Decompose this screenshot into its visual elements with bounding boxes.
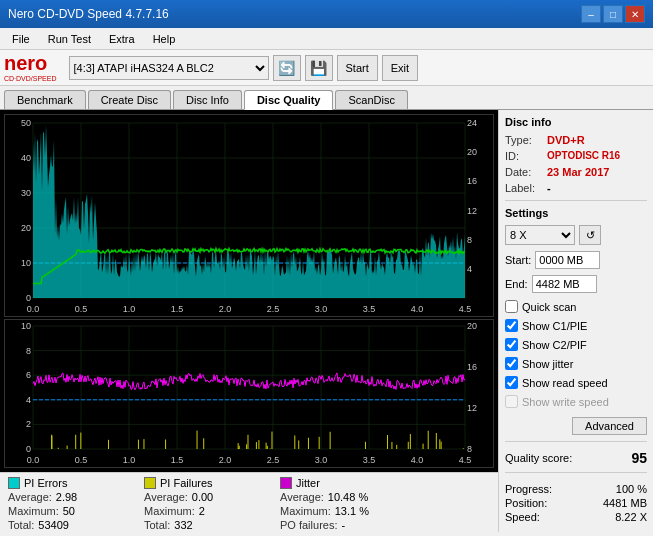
- menu-run-test[interactable]: Run Test: [40, 31, 99, 47]
- disc-type-value: DVD+R: [547, 134, 585, 146]
- end-mb-label: End:: [505, 278, 528, 290]
- pi-errors-avg-label: Average:: [8, 491, 52, 503]
- jitter-color: [280, 477, 292, 489]
- disc-id-row: ID: OPTODISC R16: [505, 150, 647, 162]
- menu-help[interactable]: Help: [145, 31, 184, 47]
- end-mb-input[interactable]: [532, 275, 597, 293]
- divider-3: [505, 472, 647, 473]
- position-label: Position:: [505, 497, 547, 509]
- top-chart: [4, 114, 494, 317]
- minimize-button[interactable]: –: [581, 5, 601, 23]
- po-failures-value: -: [341, 519, 345, 531]
- save-icon-btn[interactable]: 💾: [305, 55, 333, 81]
- jitter-group: Jitter Average: 10.48 % Maximum: 13.1 % …: [280, 477, 400, 531]
- menu-file[interactable]: File: [4, 31, 38, 47]
- tabs-bar: Benchmark Create Disc Disc Info Disc Qua…: [0, 86, 653, 110]
- progress-label: Progress:: [505, 483, 552, 495]
- jitter-avg-label: Average:: [280, 491, 324, 503]
- pi-errors-avg-value: 2.98: [56, 491, 77, 503]
- jitter-max-label: Maximum:: [280, 505, 331, 517]
- bottom-chart: [4, 319, 494, 468]
- advanced-button[interactable]: Advanced: [572, 417, 647, 435]
- show-c1pie-checkbox[interactable]: [505, 319, 518, 332]
- quality-score-value: 95: [631, 450, 647, 466]
- pi-errors-total-value: 53409: [38, 519, 69, 531]
- speed-row-progress: Speed: 8.22 X: [505, 511, 647, 523]
- tab-scandisc[interactable]: ScanDisc: [335, 90, 407, 109]
- pi-errors-max-value: 50: [63, 505, 75, 517]
- pi-failures-avg-value: 0.00: [192, 491, 213, 503]
- pi-failures-group: PI Failures Average: 0.00 Maximum: 2 Tot…: [144, 477, 264, 531]
- show-read-speed-label: Show read speed: [522, 377, 608, 389]
- po-failures-label: PO failures:: [280, 519, 337, 531]
- disc-label-value: -: [547, 182, 551, 194]
- divider-2: [505, 441, 647, 442]
- show-jitter-checkbox[interactable]: [505, 357, 518, 370]
- progress-row: Progress: 100 %: [505, 483, 647, 495]
- end-mb-row: End:: [505, 275, 647, 293]
- exit-button[interactable]: Exit: [382, 55, 418, 81]
- nero-logo-text: nero: [4, 53, 57, 73]
- close-button[interactable]: ✕: [625, 5, 645, 23]
- tab-disc-quality[interactable]: Disc Quality: [244, 90, 334, 110]
- app-title: Nero CD-DVD Speed 4.7.7.16: [8, 7, 169, 21]
- speed-label: Speed:: [505, 511, 540, 523]
- progress-section: Progress: 100 % Position: 4481 MB Speed:…: [505, 483, 647, 523]
- pi-failures-total-label: Total:: [144, 519, 170, 531]
- start-mb-label: Start:: [505, 254, 531, 266]
- show-c2pif-label: Show C2/PIF: [522, 339, 587, 351]
- disc-id-label: ID:: [505, 150, 543, 162]
- disc-date-label: Date:: [505, 166, 543, 178]
- tab-benchmark[interactable]: Benchmark: [4, 90, 86, 109]
- speed-row: 8 X ↺: [505, 225, 647, 245]
- tab-disc-info[interactable]: Disc Info: [173, 90, 242, 109]
- refresh-icon-btn[interactable]: 🔄: [273, 55, 301, 81]
- pi-failures-avg-label: Average:: [144, 491, 188, 503]
- pi-errors-color: [8, 477, 20, 489]
- main-content: PI Errors Average: 2.98 Maximum: 50 Tota…: [0, 110, 653, 532]
- pi-errors-label: PI Errors: [24, 477, 67, 489]
- quality-score-label: Quality score:: [505, 452, 572, 464]
- position-value: 4481 MB: [603, 497, 647, 509]
- maximize-button[interactable]: □: [603, 5, 623, 23]
- show-write-speed-checkbox[interactable]: [505, 395, 518, 408]
- pi-errors-total-label: Total:: [8, 519, 34, 531]
- chart-and-stats: PI Errors Average: 2.98 Maximum: 50 Tota…: [0, 110, 498, 532]
- jitter-max-value: 13.1 %: [335, 505, 369, 517]
- pi-failures-total-value: 332: [174, 519, 192, 531]
- pi-failures-color: [144, 477, 156, 489]
- start-mb-row: Start:: [505, 251, 647, 269]
- speed-select[interactable]: 8 X: [505, 225, 575, 245]
- quality-score-row: Quality score: 95: [505, 450, 647, 466]
- show-c2pif-row: Show C2/PIF: [505, 338, 647, 351]
- disc-date-value: 23 Mar 2017: [547, 166, 609, 178]
- show-jitter-label: Show jitter: [522, 358, 573, 370]
- show-c2pif-checkbox[interactable]: [505, 338, 518, 351]
- show-read-speed-checkbox[interactable]: [505, 376, 518, 389]
- show-read-speed-row: Show read speed: [505, 376, 647, 389]
- disc-id-value: OPTODISC R16: [547, 150, 620, 162]
- show-write-speed-label: Show write speed: [522, 396, 609, 408]
- window-controls: – □ ✕: [581, 5, 645, 23]
- menu-extra[interactable]: Extra: [101, 31, 143, 47]
- show-write-speed-row: Show write speed: [505, 395, 647, 408]
- right-panel: Disc info Type: DVD+R ID: OPTODISC R16 D…: [498, 110, 653, 532]
- title-bar: Nero CD-DVD Speed 4.7.7.16 – □ ✕: [0, 0, 653, 28]
- speed-value: 8.22 X: [615, 511, 647, 523]
- toolbar: nero CD·DVD/SPEED [4:3] ATAPI iHAS324 A …: [0, 50, 653, 86]
- drive-select[interactable]: [4:3] ATAPI iHAS324 A BLC2: [69, 56, 269, 80]
- quick-scan-row: Quick scan: [505, 300, 647, 313]
- divider-1: [505, 200, 647, 201]
- advanced-btn-row: Advanced: [505, 415, 647, 435]
- speed-refresh-icon[interactable]: ↺: [579, 225, 601, 245]
- tab-create-disc[interactable]: Create Disc: [88, 90, 171, 109]
- pi-errors-group: PI Errors Average: 2.98 Maximum: 50 Tota…: [8, 477, 128, 531]
- start-mb-input[interactable]: [535, 251, 600, 269]
- quick-scan-checkbox[interactable]: [505, 300, 518, 313]
- menu-bar: File Run Test Extra Help: [0, 28, 653, 50]
- quick-scan-label: Quick scan: [522, 301, 576, 313]
- disc-info-title: Disc info: [505, 116, 647, 128]
- disc-label-label: Label:: [505, 182, 543, 194]
- start-button[interactable]: Start: [337, 55, 378, 81]
- jitter-label: Jitter: [296, 477, 320, 489]
